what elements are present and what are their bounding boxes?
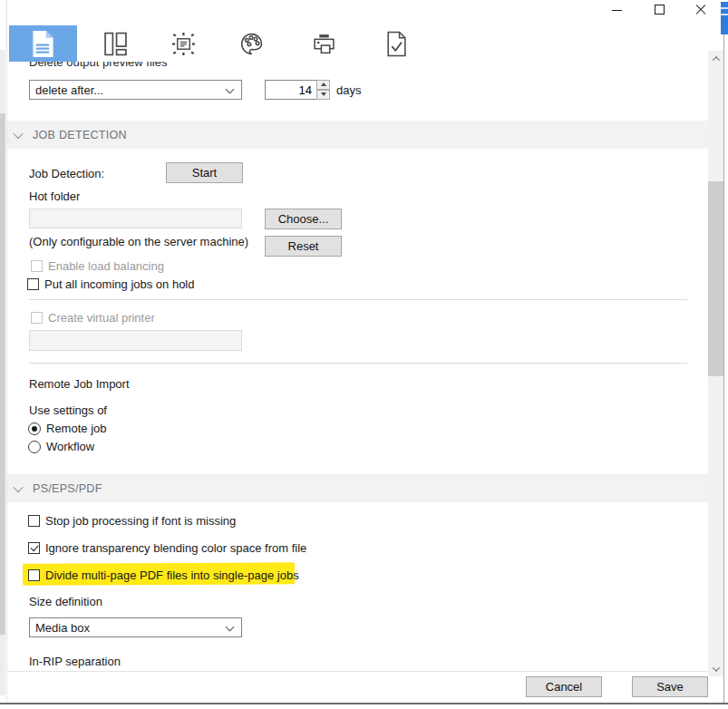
chevron-down-icon bbox=[13, 481, 23, 491]
stop-font-checkbox[interactable] bbox=[28, 515, 40, 527]
minimize-icon bbox=[612, 10, 622, 11]
tab-print[interactable] bbox=[290, 25, 358, 62]
workflow-radio[interactable] bbox=[28, 441, 41, 453]
background-scrollbar-thumb bbox=[0, 113, 5, 635]
arrow-down-icon bbox=[321, 92, 326, 96]
arrow-up-icon bbox=[712, 56, 719, 63]
size-definition-dropdown[interactable]: Media box bbox=[29, 617, 242, 637]
scrollbar-track[interactable] bbox=[708, 51, 723, 676]
background-blue-strip bbox=[721, 2, 728, 34]
left-edge-divider bbox=[6, 0, 7, 703]
minimize-button[interactable] bbox=[609, 2, 626, 18]
tab-verify[interactable] bbox=[363, 25, 431, 62]
remote-job-radio[interactable] bbox=[28, 422, 41, 435]
cancel-button[interactable]: Cancel bbox=[526, 676, 602, 697]
days-unit-label: days bbox=[336, 83, 361, 97]
enable-load-balancing-row: Enable load balancing bbox=[31, 259, 164, 273]
delete-output-preview-label: Delete output preview files bbox=[29, 62, 265, 69]
ignore-transparency-label: Ignore transparency blending color space… bbox=[45, 541, 306, 555]
divide-pdf-row: Divide multi-page PDF files into single-… bbox=[28, 568, 299, 582]
blue-strip-tick bbox=[721, 14, 728, 15]
chevron-down-icon bbox=[226, 623, 235, 632]
footer-divider bbox=[7, 671, 708, 672]
use-settings-of-label: Use settings of bbox=[29, 403, 107, 417]
hot-folder-input[interactable] bbox=[29, 209, 242, 228]
blue-strip-tick bbox=[721, 7, 728, 9]
layout-icon bbox=[103, 32, 128, 56]
size-definition-value: Media box bbox=[35, 621, 90, 635]
hold-jobs-label: Put all incoming jobs on hold bbox=[44, 277, 195, 291]
section-job-detection[interactable]: JOB DETECTION bbox=[7, 121, 708, 149]
section-ps-eps-pdf-label: PS/EPS/PDF bbox=[33, 482, 102, 495]
divider bbox=[29, 363, 687, 364]
document-icon bbox=[31, 30, 55, 58]
register-marks-icon bbox=[171, 32, 196, 56]
chevron-down-icon bbox=[13, 128, 23, 138]
start-button[interactable]: Start bbox=[166, 162, 243, 183]
workflow-radio-row: Workflow bbox=[28, 440, 94, 453]
tab-marks[interactable] bbox=[150, 25, 218, 62]
size-definition-label: Size definition bbox=[29, 595, 102, 608]
virtual-printer-input[interactable] bbox=[29, 330, 242, 351]
days-input[interactable] bbox=[265, 80, 317, 100]
days-spinner bbox=[316, 80, 330, 100]
tab-color[interactable] bbox=[218, 25, 286, 62]
delete-after-dropdown[interactable]: delete after... bbox=[29, 80, 242, 100]
enable-load-balancing-checkbox[interactable] bbox=[31, 260, 43, 272]
enable-load-balancing-label: Enable load balancing bbox=[48, 259, 164, 273]
maximize-icon bbox=[655, 5, 665, 15]
maximize-button[interactable] bbox=[652, 2, 668, 18]
job-detection-label: Job Detection: bbox=[29, 167, 104, 180]
remote-job-label: Remote job bbox=[46, 422, 106, 435]
printer-icon bbox=[312, 32, 336, 56]
close-button[interactable] bbox=[693, 2, 709, 18]
arrow-up-icon bbox=[321, 83, 326, 86]
color-palette-icon bbox=[239, 32, 264, 56]
background-scrollbar-track bbox=[0, 50, 5, 695]
divide-pdf-checkbox[interactable] bbox=[28, 569, 40, 581]
reset-button[interactable]: Reset bbox=[265, 236, 342, 257]
section-ps-eps-pdf[interactable]: PS/EPS/PDF bbox=[7, 474, 708, 502]
arrow-down-icon bbox=[712, 664, 719, 671]
scrollbar-down-button[interactable] bbox=[708, 661, 723, 676]
remote-job-radio-row: Remote job bbox=[28, 422, 106, 435]
section-job-detection-label: JOB DETECTION bbox=[33, 129, 127, 141]
spin-down-button[interactable] bbox=[316, 90, 330, 100]
divider bbox=[29, 299, 687, 300]
ignore-transparency-checkbox[interactable] bbox=[28, 542, 40, 554]
hold-jobs-checkbox[interactable] bbox=[27, 278, 39, 290]
tab-document-settings[interactable] bbox=[9, 25, 77, 62]
tab-layout[interactable] bbox=[82, 25, 150, 62]
divide-pdf-label: Divide multi-page PDF files into single-… bbox=[45, 568, 299, 582]
settings-dialog-window: Delete output preview files delete after… bbox=[0, 0, 728, 709]
hot-folder-label: Hot folder bbox=[29, 189, 80, 203]
in-rip-separation-label: In-RIP separation bbox=[29, 655, 121, 668]
spin-up-button[interactable] bbox=[316, 80, 330, 90]
scrollbar-up-button[interactable] bbox=[708, 51, 723, 66]
chevron-down-icon bbox=[226, 85, 235, 94]
window-right-border bbox=[723, 34, 724, 703]
document-check-icon bbox=[384, 31, 409, 57]
server-note: (Only configurable on the server machine… bbox=[29, 235, 248, 248]
save-button[interactable]: Save bbox=[632, 676, 708, 697]
virtual-printer-label: Create virtual printer bbox=[48, 311, 155, 325]
virtual-printer-checkbox[interactable] bbox=[31, 312, 43, 324]
delete-after-value: delete after... bbox=[35, 83, 103, 97]
choose-button[interactable]: Choose... bbox=[265, 209, 342, 229]
virtual-printer-row: Create virtual printer bbox=[31, 311, 155, 325]
stop-font-label: Stop job processing if font is missing bbox=[45, 514, 236, 528]
window-bottom-border bbox=[0, 703, 728, 704]
scrollbar-thumb[interactable] bbox=[708, 181, 723, 376]
remote-job-import-label: Remote Job Import bbox=[29, 377, 130, 391]
hold-jobs-row: Put all incoming jobs on hold bbox=[27, 277, 195, 291]
ignore-transparency-row: Ignore transparency blending color space… bbox=[28, 541, 306, 555]
stop-font-row: Stop job processing if font is missing bbox=[28, 514, 236, 528]
workflow-label: Workflow bbox=[46, 440, 94, 453]
